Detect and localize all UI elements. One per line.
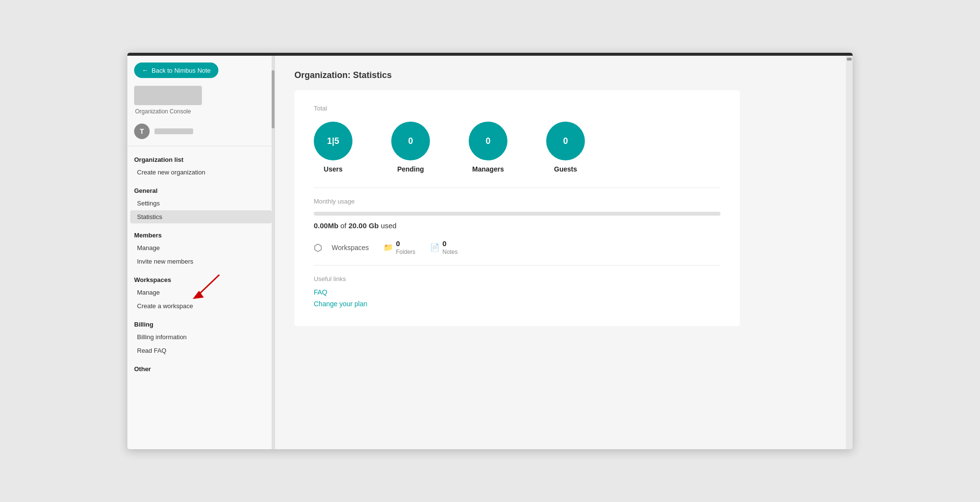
window-content: ← Back to Nimbus Note Organization Conso… bbox=[127, 56, 853, 449]
useful-links-label: Useful links bbox=[314, 275, 720, 282]
notes-number-row: 0 bbox=[443, 239, 446, 248]
divider-2 bbox=[314, 265, 720, 266]
sidebar-item-create-workspace[interactable]: Create a workspace bbox=[130, 299, 272, 313]
monthly-usage-label: Monthly usage bbox=[314, 198, 720, 205]
stat-label-guests: Guests bbox=[554, 165, 577, 173]
usage-total: 20.00 Gb bbox=[349, 221, 379, 230]
change-plan-link[interactable]: Change your plan bbox=[314, 300, 720, 308]
sidebar-scrollbar-thumb[interactable] bbox=[272, 70, 275, 128]
section-title-workspaces: Workspaces bbox=[127, 272, 275, 285]
stat-item-users: 1|5 Users bbox=[314, 122, 352, 173]
stat-circle-users: 1|5 bbox=[314, 122, 352, 160]
sidebar-scrollbar-track[interactable] bbox=[272, 56, 275, 449]
user-row: T bbox=[127, 120, 275, 146]
app-window: ← Back to Nimbus Note Organization Conso… bbox=[127, 52, 853, 450]
notes-icon: 📄 bbox=[430, 243, 440, 252]
faq-link[interactable]: FAQ bbox=[314, 288, 720, 296]
section-title-billing: Billing bbox=[127, 317, 275, 330]
sidebar-item-manage-members[interactable]: Manage bbox=[130, 241, 272, 254]
sidebar-divider-1 bbox=[127, 146, 275, 146]
stat-item-guests: 0 Guests bbox=[546, 122, 585, 173]
ws-stats-group: 📁 0 Folders 📄 bbox=[383, 239, 458, 255]
back-to-nimbus-button[interactable]: ← Back to Nimbus Note bbox=[134, 63, 218, 78]
stat-circle-pending: 0 bbox=[391, 122, 430, 160]
stat-item-managers: 0 Managers bbox=[469, 122, 507, 173]
sidebar-item-read-faq[interactable]: Read FAQ bbox=[130, 344, 272, 357]
stats-circles: 1|5 Users 0 Pending 0 Manag bbox=[314, 122, 720, 173]
page-title: Organization: Statistics bbox=[294, 70, 827, 80]
usage-text: 0.00Mb of 20.00 Gb used bbox=[314, 221, 720, 230]
notes-label: Notes bbox=[443, 249, 458, 255]
sidebar-section-org-list: Organization list Create new organizatio… bbox=[127, 150, 275, 181]
workspaces-row: ⬡ Workspaces 📁 0 Folders bbox=[314, 239, 720, 255]
folder-icon: 📁 bbox=[383, 243, 393, 252]
sidebar-section-workspaces: Workspaces Manage Create a workspace bbox=[127, 270, 275, 315]
right-scrollbar[interactable]: ▲ bbox=[846, 56, 853, 449]
sidebar-section-members: Members Manage Invite new members bbox=[127, 226, 275, 270]
divider-1 bbox=[314, 188, 720, 188]
section-title-org-list: Organization list bbox=[127, 152, 275, 165]
folders-count: 0 bbox=[396, 239, 400, 248]
org-logo bbox=[134, 86, 202, 105]
org-console-label: Organization Console bbox=[135, 108, 191, 115]
ws-stat-folders-group: 0 Folders bbox=[396, 239, 415, 255]
workspaces-label: Workspaces bbox=[332, 244, 369, 251]
sidebar-section-billing: Billing Billing information Read FAQ bbox=[127, 315, 275, 360]
stats-card: Total 1|5 Users 0 Pending bbox=[294, 90, 740, 326]
main-content: Organization: Statistics Total 1|5 Users… bbox=[275, 56, 846, 449]
section-title-general: General bbox=[127, 183, 275, 196]
ws-stat-notes-group: 0 Notes bbox=[443, 239, 458, 255]
stat-value-pending: 0 bbox=[408, 136, 413, 146]
org-logo-area: Organization Console bbox=[127, 83, 275, 120]
progress-bar-container bbox=[314, 212, 720, 216]
stat-label-users: Users bbox=[324, 165, 343, 173]
stat-value-guests: 0 bbox=[563, 136, 568, 146]
stat-value-users: 1|5 bbox=[327, 136, 339, 146]
notes-count: 0 bbox=[443, 239, 446, 248]
total-section-label: Total bbox=[314, 105, 720, 112]
stat-circle-managers: 0 bbox=[469, 122, 507, 160]
sidebar-item-billing-info[interactable]: Billing information bbox=[130, 330, 272, 344]
back-button-label: Back to Nimbus Note bbox=[152, 67, 211, 74]
section-title-members: Members bbox=[127, 228, 275, 241]
back-arrow-icon: ← bbox=[142, 66, 149, 74]
ws-stat-notes: 📄 0 Notes bbox=[430, 239, 458, 255]
sidebar-section-general: General Settings Statistics bbox=[127, 181, 275, 226]
sidebar-item-statistics[interactable]: Statistics bbox=[130, 210, 272, 223]
section-title-other: Other bbox=[127, 361, 275, 375]
folders-number-row: 0 bbox=[396, 239, 400, 248]
sidebar-item-create-org[interactable]: Create new organization bbox=[130, 166, 272, 179]
stat-value-managers: 0 bbox=[486, 136, 490, 146]
stat-item-pending: 0 Pending bbox=[391, 122, 430, 173]
folders-label: Folders bbox=[396, 249, 415, 255]
sidebar-item-invite-members[interactable]: Invite new members bbox=[130, 255, 272, 268]
sidebar: ← Back to Nimbus Note Organization Conso… bbox=[127, 56, 275, 449]
sidebar-item-manage-workspaces[interactable]: Manage bbox=[130, 286, 272, 299]
user-avatar: T bbox=[134, 124, 150, 139]
ws-stat-folders: 📁 0 Folders bbox=[383, 239, 415, 255]
stat-label-managers: Managers bbox=[472, 165, 504, 173]
workspaces-icon: ⬡ bbox=[314, 242, 322, 253]
sidebar-item-settings[interactable]: Settings bbox=[130, 197, 272, 210]
stat-circle-guests: 0 bbox=[546, 122, 585, 160]
user-name-placeholder bbox=[154, 128, 193, 134]
stat-label-pending: Pending bbox=[397, 165, 424, 173]
right-scroll-thumb[interactable]: ▲ bbox=[847, 58, 852, 61]
usage-used: 0.00Mb bbox=[314, 221, 338, 230]
sidebar-section-other: Other bbox=[127, 360, 275, 376]
